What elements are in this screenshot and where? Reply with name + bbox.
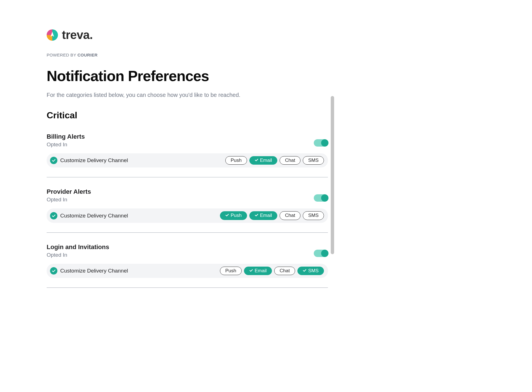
opt-in-toggle[interactable] (314, 250, 328, 257)
chip-label: Chat (280, 268, 290, 274)
customize-label: Customize Delivery Channel (60, 213, 128, 219)
channel-chip-sms[interactable]: SMS (303, 211, 324, 220)
channel-chip-email[interactable]: Email (249, 156, 278, 165)
check-icon (50, 157, 57, 164)
channel-chip-chat[interactable]: Chat (274, 267, 295, 275)
group-name: Billing Alerts (47, 133, 85, 140)
channel-chip-push[interactable]: Push (220, 267, 242, 275)
powered-by: POWERED BY COURIER (47, 53, 328, 57)
preference-group: Login and Invitations Opted In Customize… (47, 243, 328, 288)
group-name: Provider Alerts (47, 188, 91, 195)
chip-label: Email (260, 213, 272, 218)
brand-name: treva. (62, 28, 93, 42)
group-header: Billing Alerts Opted In (47, 133, 328, 148)
preference-group: Billing Alerts Opted In Customize Delive… (47, 133, 328, 177)
check-icon (50, 267, 57, 275)
opt-in-toggle[interactable] (314, 139, 328, 147)
scrollbar[interactable] (328, 0, 336, 299)
channel-chip-chat[interactable]: Chat (280, 211, 300, 220)
group-status: Opted In (47, 197, 91, 203)
toggle-knob (321, 250, 328, 257)
chip-label: SMS (308, 158, 319, 163)
divider (47, 288, 328, 288)
channel-chips: Push Email Chat SMS (220, 267, 324, 275)
chip-label: SMS (308, 213, 319, 218)
chip-label: Push (231, 213, 242, 218)
group-status: Opted In (47, 141, 85, 148)
toggle-knob (321, 194, 328, 202)
check-icon (303, 268, 306, 274)
channel-chip-chat[interactable]: Chat (280, 156, 300, 165)
divider (47, 177, 328, 177)
powered-by-name: COURIER (77, 53, 98, 57)
page-title: Notification Preferences (47, 67, 328, 84)
channel-chip-push[interactable]: Push (225, 156, 247, 165)
channel-chip-sms[interactable]: SMS (297, 267, 324, 275)
customize-label: Customize Delivery Channel (60, 157, 128, 164)
page-subtitle: For the categories listed below, you can… (47, 92, 328, 98)
channel-chip-email[interactable]: Email (249, 211, 278, 220)
chip-label: Chat (285, 213, 295, 218)
channel-chip-push[interactable]: Push (220, 211, 247, 220)
check-icon (225, 213, 229, 218)
brand-logo-icon (47, 29, 58, 41)
chip-label: Push (231, 158, 242, 163)
scrollbar-track[interactable] (331, 96, 334, 265)
section-title: Critical (47, 110, 328, 121)
check-icon (255, 213, 258, 218)
channel-chip-sms[interactable]: SMS (303, 156, 324, 165)
channel-chip-email[interactable]: Email (244, 267, 272, 275)
chip-label: Email (255, 268, 267, 274)
opt-in-toggle[interactable] (314, 194, 328, 202)
group-header: Provider Alerts Opted In (47, 188, 328, 203)
group-name: Login and Invitations (47, 243, 109, 251)
check-icon (249, 268, 253, 274)
delivery-channel-panel: Customize Delivery Channel Push Email Ch… (47, 153, 328, 167)
brand-logo-row: treva. (47, 28, 328, 42)
scrollbar-thumb[interactable] (331, 96, 334, 254)
chip-label: SMS (308, 268, 319, 274)
group-status: Opted In (47, 252, 109, 258)
group-header: Login and Invitations Opted In (47, 243, 328, 258)
delivery-channel-panel: Customize Delivery Channel Push Email Ch… (47, 208, 328, 223)
check-icon (50, 212, 57, 219)
channel-chips: Push Email Chat SMS (225, 156, 324, 165)
check-icon (255, 158, 258, 163)
chip-label: Chat (285, 158, 295, 163)
preference-group: Provider Alerts Opted In Customize Deliv… (47, 188, 328, 232)
customize-label: Customize Delivery Channel (60, 268, 128, 274)
delivery-channel-panel: Customize Delivery Channel Push Email Ch… (47, 264, 328, 278)
chip-label: Push (225, 268, 236, 274)
divider (47, 232, 328, 233)
chip-label: Email (260, 158, 272, 163)
channel-chips: Push Email Chat SMS (220, 211, 324, 220)
powered-by-prefix: POWERED BY (47, 53, 77, 57)
toggle-knob (321, 139, 328, 147)
